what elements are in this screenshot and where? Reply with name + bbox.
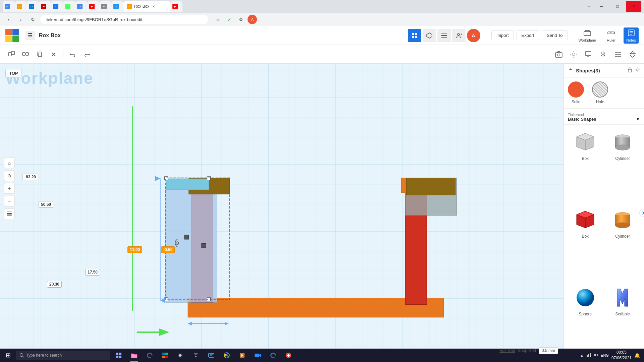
tab-3[interactable]: O (27, 1, 39, 12)
tab-9[interactable]: ● (99, 1, 111, 12)
taskbar-task-view[interactable] (111, 349, 126, 362)
extensions-btn[interactable]: ⚙ (236, 15, 246, 24)
edit-grid-btn[interactable]: Edit Grid (499, 348, 515, 353)
user-avatar[interactable]: A (467, 29, 480, 42)
refresh-btn[interactable]: ↻ (28, 15, 38, 24)
tab-1-favicon: G (5, 4, 10, 9)
projects-view-btn[interactable] (437, 29, 451, 42)
taskbar-sys-icons: ▲ ENG (580, 352, 609, 359)
taskbar-edge2[interactable] (266, 349, 280, 362)
taskbar-volume-icon[interactable] (593, 352, 599, 359)
tab-4[interactable]: ❤ (39, 1, 51, 12)
back-btn[interactable]: ‹ (4, 15, 13, 24)
logo-cell-green (12, 36, 19, 42)
taskbar-wireless[interactable] (189, 349, 203, 362)
dim-11: 11.00 (127, 246, 142, 253)
redo-btn[interactable] (81, 48, 93, 60)
layers-btn[interactable] (4, 208, 15, 219)
forward-btn[interactable]: › (16, 15, 25, 24)
shapes-collapse-btn[interactable] (568, 67, 573, 74)
taskbar-git[interactable] (281, 349, 296, 362)
sendto-btn[interactable]: Send To (542, 31, 568, 40)
shape-cylinder-gray[interactable]: Cylinder (605, 128, 640, 203)
tooltip-btn[interactable] (582, 48, 594, 60)
flip-btn[interactable] (627, 48, 639, 60)
taskbar-file-explorer[interactable] (127, 349, 142, 362)
align-btn[interactable] (612, 48, 624, 60)
tab-5-favicon: f (53, 4, 58, 9)
fit-view-btn[interactable]: ⊙ (4, 170, 15, 181)
solid-type[interactable]: Solid (568, 81, 584, 104)
taskbar-store[interactable] (158, 349, 172, 362)
shape-box-gray[interactable]: Box (568, 128, 603, 203)
close-tab-btn[interactable]: ✕ (151, 4, 156, 9)
tab-5[interactable]: f (51, 1, 63, 12)
export-btn[interactable]: Export (517, 31, 539, 40)
hole-type[interactable]: Hole (592, 81, 608, 104)
shape-scribble-label: Scribble (615, 312, 630, 316)
profile-btn[interactable]: A (248, 15, 257, 24)
taskbar-network-icon[interactable] (586, 352, 591, 359)
minimize-btn[interactable]: ─ (594, 1, 609, 12)
tab-12[interactable]: ▶ (170, 1, 182, 12)
zoom-out-btn[interactable]: − (4, 196, 15, 206)
taskbar-edge[interactable] (142, 349, 157, 362)
notes-top-btn[interactable]: Notes (624, 27, 639, 44)
taskbar-chrome[interactable] (219, 349, 234, 362)
tab-1[interactable]: G (3, 1, 15, 12)
lock-shapes-btn[interactable] (627, 67, 633, 74)
menu-icon[interactable]: ☰ (25, 31, 35, 40)
import-btn[interactable]: Import (491, 31, 514, 40)
canvas-area[interactable]: Workplane TOP (0, 64, 564, 362)
light-btn[interactable] (568, 48, 580, 60)
shape-box-red[interactable]: Box (568, 206, 603, 281)
snap-grid-value[interactable]: 0.5 mm (539, 347, 558, 354)
shape-scribble[interactable]: Scribble (605, 284, 640, 359)
construct-view-btn[interactable] (423, 29, 436, 42)
dim-17: 17.50 (85, 269, 100, 276)
address-input[interactable] (40, 15, 208, 24)
undo-btn[interactable] (67, 48, 79, 60)
svg-point-67 (636, 69, 638, 71)
svg-line-80 (23, 356, 24, 358)
taskbar-notifications[interactable]: 🔔 (634, 353, 640, 358)
close-btn[interactable]: ✕ (626, 1, 641, 12)
tab-9-favicon: ● (101, 4, 107, 9)
tab-8[interactable]: ▶ (87, 1, 99, 12)
taskbar-zoom[interactable] (250, 349, 265, 362)
zoom-in-btn[interactable]: + (4, 183, 15, 194)
grid-view-btn[interactable] (408, 29, 421, 42)
extension-check-btn[interactable]: ✓ (225, 15, 234, 24)
taskbar-fritzing[interactable]: F (235, 349, 250, 362)
duplicate-btn[interactable] (34, 48, 46, 60)
workplane-top-btn[interactable]: Workplane (576, 27, 599, 44)
svg-rect-101 (588, 354, 589, 357)
bookmark-btn[interactable]: ☆ (213, 15, 223, 24)
camera-btn[interactable] (553, 48, 565, 60)
tc-dropdown-btn[interactable]: Basic Shapes ▼ (568, 117, 640, 122)
tab-10[interactable]: 3 (111, 1, 123, 12)
maximize-btn[interactable]: □ (610, 1, 625, 12)
ruler-top-btn[interactable]: Ruler (604, 27, 618, 44)
taskbar-arrow-up[interactable]: ▲ (580, 353, 584, 358)
start-btn[interactable]: ⊞ (0, 349, 16, 362)
ungroup-btn[interactable] (19, 48, 32, 60)
taskbar-app7[interactable] (204, 349, 219, 362)
taskbar-search[interactable]: Type here to search (16, 351, 110, 360)
delete-btn[interactable] (48, 48, 60, 60)
mirror-btn[interactable] (597, 48, 609, 60)
new-tab-btn[interactable]: + (584, 2, 594, 11)
svg-rect-85 (162, 353, 165, 355)
tab-6[interactable]: C (63, 1, 75, 12)
add-user-btn[interactable] (452, 29, 466, 42)
tab-2[interactable]: O (15, 1, 27, 12)
home-view-btn[interactable]: ⌂ (4, 158, 15, 168)
taskbar-steam[interactable] (173, 349, 188, 362)
tab-3-favicon: O (29, 4, 34, 9)
group-btn[interactable] (5, 48, 17, 60)
tab-7[interactable]: G (75, 1, 87, 12)
light-shapes-btn[interactable] (635, 67, 640, 74)
shape-cylinder-orange[interactable]: Cylinder (605, 206, 640, 281)
tab-tinkercad[interactable]: T Rox Box ✕ (123, 1, 170, 12)
shape-sphere-blue[interactable]: Sphere (568, 284, 603, 359)
